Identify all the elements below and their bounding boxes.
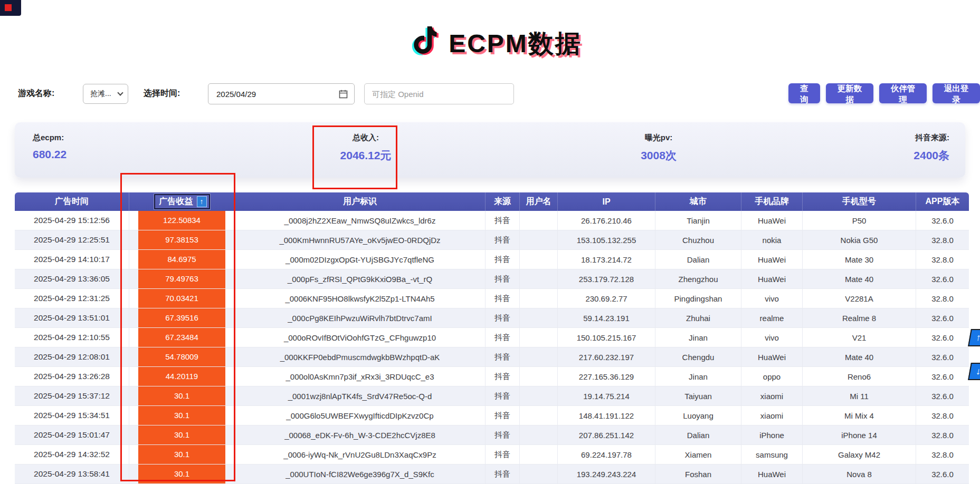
cell-source: 抖音 — [486, 211, 520, 230]
cell-ad-revenue: 67.23484 — [129, 328, 235, 347]
cell-source: 抖音 — [486, 464, 520, 484]
cell-app-version: 32.6.0 — [916, 308, 969, 328]
stat-douyin-source: 抖音来源: 2400条 — [914, 133, 949, 163]
revenue-highlight-cell: 30.1 — [138, 386, 225, 405]
stat-total-income: 总收入: 2046.12元 — [313, 133, 418, 163]
action-buttons: 查询 更新数据 伙伴管理 退出登录 — [788, 83, 980, 103]
cell-phone-model: Nova 8 — [803, 464, 916, 484]
chevron-down-icon — [117, 90, 123, 95]
cell-ip: 193.249.243.224 — [558, 464, 655, 484]
cell-phone-model: Mi Mix 4 — [803, 406, 916, 425]
table-row: 2025-04-29 14:32:5230.1_0006-iyWq-Nk_rVn… — [15, 445, 969, 464]
cell-source: 抖音 — [486, 308, 520, 328]
stat-label: 抖音来源: — [914, 133, 949, 143]
revenue-highlight-cell: 54.78009 — [138, 347, 225, 366]
cell-app-version: 32.6.0 — [916, 328, 969, 347]
cell-ad-time: 2025-04-29 13:36:05 — [15, 269, 129, 289]
cell-ad-revenue: 122.50834 — [129, 211, 235, 230]
cell-phone-brand: oppo — [741, 367, 803, 386]
table-row: 2025-04-29 12:31:2570.03421_0006KNF95HO8… — [15, 289, 969, 308]
column-header-label: 广告收益 — [159, 196, 193, 207]
cell-app-version: 32.6.0 — [916, 386, 969, 406]
date-value: 2025/04/29 — [216, 90, 256, 99]
cell-ip: 26.176.210.46 — [558, 211, 655, 230]
query-button[interactable]: 查询 — [788, 83, 820, 103]
cell-source: 抖音 — [486, 347, 520, 367]
cell-ad-time: 2025-04-29 13:51:01 — [15, 308, 129, 328]
scroll-up-button[interactable]: ↑ — [968, 329, 980, 346]
cell-city: Taiyuan — [655, 386, 741, 406]
cell-username — [520, 328, 558, 347]
cell-user-openid: _0008j2hZ2XEaw_NmwSQ8uIZwkcs_ldr6z — [235, 211, 486, 230]
stat-label: 总ecpm: — [33, 133, 66, 143]
cell-ad-time: 2025-04-29 15:34:51 — [15, 406, 129, 425]
cell-ad-revenue: 30.1 — [129, 464, 235, 484]
revenue-sort-control[interactable]: 广告收益↑ — [154, 194, 210, 209]
table-row: 2025-04-29 13:58:4130.1_000UTIoN-fCI82We… — [15, 464, 969, 484]
cell-ad-time: 2025-04-29 15:12:56 — [15, 211, 129, 230]
cell-phone-brand: HuaWei — [741, 250, 803, 269]
scroll-down-button[interactable]: ↓ — [968, 363, 980, 380]
stat-label: 曝光pv: — [608, 133, 709, 143]
cell-phone-brand: nokia — [741, 230, 803, 250]
partner-mgmt-button[interactable]: 伙伴管理 — [879, 83, 927, 103]
cell-phone-brand: HuaWei — [741, 269, 803, 289]
cell-phone-brand: realme — [741, 308, 803, 328]
cell-app-version: 32.8.0 — [916, 289, 969, 308]
table-row: 2025-04-29 15:12:56122.50834_0008j2hZ2XE… — [15, 211, 969, 230]
cell-username — [520, 347, 558, 367]
cell-username — [520, 367, 558, 386]
cell-phone-model: Mi 11 — [803, 386, 916, 406]
cell-city: Xiamen — [655, 445, 741, 464]
cell-source: 抖音 — [486, 367, 520, 386]
page-header: ECPM数据 — [0, 21, 980, 66]
cell-app-version: 32.8.0 — [916, 230, 969, 250]
ecpm-data-table: 广告时间广告收益↑用户标识来源用户名IP城市手机品牌手机型号APP版本 2025… — [15, 192, 969, 484]
column-header-7: 手机品牌 — [741, 192, 803, 211]
logout-button[interactable]: 退出登录 — [933, 83, 980, 103]
cell-ad-revenue: 79.49763 — [129, 269, 235, 289]
update-data-button[interactable]: 更新数据 — [826, 83, 873, 103]
cell-source: 抖音 — [486, 230, 520, 250]
page-title: ECPM数据 — [449, 27, 582, 61]
cell-ip: 59.14.23.191 — [558, 308, 655, 328]
openid-input[interactable] — [364, 83, 514, 104]
cell-ad-revenue: 54.78009 — [129, 347, 235, 367]
cell-app-version: 32.6.0 — [916, 269, 969, 289]
cell-source: 抖音 — [486, 269, 520, 289]
record-dot-icon — [5, 4, 12, 11]
cell-ip: 153.105.132.255 — [558, 230, 655, 250]
cell-ip: 18.173.214.72 — [558, 250, 655, 269]
sort-ascending-badge[interactable]: ↑ — [197, 196, 207, 207]
cell-app-version: 32.8.0 — [916, 406, 969, 425]
cell-username — [520, 211, 558, 230]
cell-phone-model: iPhone 14 — [803, 425, 916, 445]
cell-city: Tianjin — [655, 211, 741, 230]
column-header-6: 城市 — [655, 192, 741, 211]
revenue-highlight-cell: 30.1 — [138, 425, 225, 444]
cell-ad-revenue: 30.1 — [129, 406, 235, 425]
cell-city: Chuzhou — [655, 230, 741, 250]
table-header-row: 广告时间广告收益↑用户标识来源用户名IP城市手机品牌手机型号APP版本 — [15, 192, 969, 211]
cell-user-openid: _000oROvIfBOtViOohfGTzG_CFhguwzp10 — [235, 328, 486, 347]
column-header-1[interactable]: 广告收益↑ — [129, 192, 235, 211]
date-label: 选择时间: — [144, 88, 180, 99]
game-select[interactable]: 抢滩... — [83, 84, 128, 104]
revenue-highlight-cell: 30.1 — [138, 445, 225, 464]
cell-username — [520, 386, 558, 406]
stat-value: 2400条 — [914, 148, 949, 163]
date-input[interactable]: 2025/04/29 — [208, 83, 355, 104]
cell-phone-model: Mate 30 — [803, 250, 916, 269]
cell-app-version: 32.6.0 — [916, 211, 969, 230]
revenue-highlight-cell: 67.39516 — [138, 308, 225, 327]
cell-ip: 230.69.2.77 — [558, 289, 655, 308]
cell-ad-revenue: 44.20119 — [129, 367, 235, 386]
stat-value: 680.22 — [33, 148, 66, 161]
revenue-highlight-cell: 30.1 — [138, 464, 225, 483]
cell-ad-time: 2025-04-29 15:01:47 — [15, 425, 129, 445]
calendar-icon[interactable] — [339, 90, 348, 99]
cell-user-openid: _000G6lo5UWBEFXwygIfticdDIpKzvz0Cp — [235, 406, 486, 425]
cell-source: 抖音 — [486, 425, 520, 445]
revenue-highlight-cell: 44.20119 — [138, 367, 225, 386]
arrow-up-icon: ↑ — [975, 332, 980, 343]
